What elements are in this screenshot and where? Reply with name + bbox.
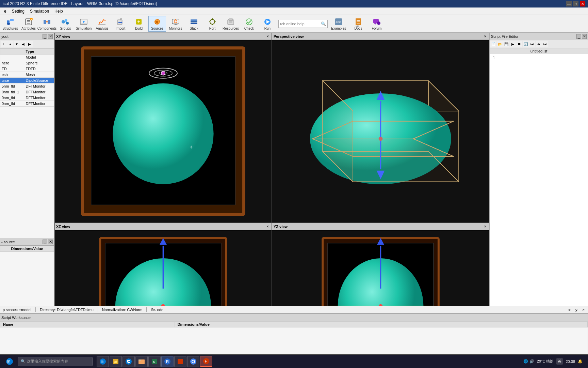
table-row[interactable]: 0nm_fldDFTMonitor [0,95,54,101]
source-minimize-btn[interactable]: _ [43,240,47,244]
tree-right-btn[interactable]: ▶ [27,41,33,47]
source-col-header: Dimensions/Value [0,246,54,252]
xy-close-btn[interactable]: ✕ [265,34,270,39]
yz-canvas[interactable]: 4. 选择光源 [272,230,489,306]
close-button[interactable]: ✕ [580,1,585,6]
perspective-canvas[interactable] [272,40,489,223]
script-save-btn[interactable]: 💾 [503,41,509,47]
components-button[interactable]: Components [38,16,56,32]
tree-left-btn[interactable]: ◀ [20,41,26,47]
table-row[interactable]: hereSphere [0,60,54,66]
perspective-view-pane: Perspective view _ ✕ [272,33,489,223]
svg-rect-40 [191,23,197,24]
taskbar-app-r[interactable]: R [161,356,174,367]
tree-down-btn[interactable]: ▼ [14,41,20,47]
forum-button[interactable]: Forum [368,16,386,32]
table-row[interactable]: TDFDTD [0,66,54,72]
script-prev-btn[interactable]: ⏮ [536,41,542,47]
xz-minimize-btn[interactable]: _ [260,224,265,229]
search-input[interactable] [280,22,321,26]
taskbar-app-2[interactable]: 📁 [110,356,122,367]
coord-y: y: [575,308,578,312]
search-box[interactable]: 🔍 [278,20,328,28]
panel-close-btn[interactable]: ✕ [48,34,53,39]
check-button[interactable]: Check [240,16,258,32]
tray-notifications-icon[interactable]: 🔔 [578,359,583,364]
tray-icons[interactable]: 🌐 🔊 [523,359,534,364]
xy-minimize-btn[interactable]: _ [260,34,265,39]
import-button[interactable]: Import [112,16,129,32]
table-row[interactable]: 0nm_fld_1DFTMonitor [0,89,54,95]
table-row[interactable]: eshMesh [0,72,54,78]
yz-close-btn[interactable]: ✕ [483,224,488,229]
resources-button[interactable]: Resources [222,16,240,32]
script-run-btn[interactable]: ▶ [510,41,516,47]
stack-button[interactable]: Stack [185,16,203,32]
docs-button[interactable]: KB Docs [349,16,367,32]
attributes-button[interactable]: A Attributes [20,16,37,32]
app-title: ical 2020 R2.3 Finite Difference IDE - L… [3,1,157,6]
menu-help[interactable]: Help [52,8,66,14]
script-open-btn[interactable]: 📂 [497,41,503,47]
taskbar-app-active[interactable]: F [200,356,212,367]
monitors-button[interactable]: Monitors [167,16,184,32]
script-next-btn[interactable]: ⏭ [542,41,548,47]
attributes-label: Attributes [21,27,36,30]
menu-setting[interactable]: Setting [9,8,27,14]
taskbar-app-chrome[interactable] [187,356,199,367]
script-editor-area[interactable]: 1 [490,54,588,306]
svg-point-36 [174,20,177,23]
status-directory: Directory: D:\xiangfei\FDTDsimu [40,308,94,312]
port-button[interactable]: Port [203,16,221,32]
script-content[interactable] [498,56,587,305]
run-label: Run [264,27,271,30]
svg-text:⌖: ⌖ [190,144,193,150]
build-button[interactable]: Build [130,16,148,32]
perspective-minimize-btn[interactable]: _ [477,34,482,39]
source-close-btn[interactable]: ✕ [48,240,53,244]
tree-up-btn[interactable]: ▲ [7,41,13,47]
script-close-btn[interactable]: ✕ [582,34,587,39]
xy-canvas[interactable]: ⌖ [55,40,272,223]
start-button[interactable]: ⊞ [3,356,16,367]
tree-add-btn[interactable]: + [1,41,7,47]
analysis-button[interactable]: Analysis [93,16,111,32]
yz-minimize-btn[interactable]: _ [477,224,482,229]
groups-button[interactable]: Groups [56,16,74,32]
script-stop-btn[interactable]: ⏹ [516,41,522,47]
script-minimize-btn[interactable]: _ [576,34,581,39]
xz-close-btn[interactable]: ✕ [265,224,270,229]
attributes-icon: A [24,17,33,27]
panel-minimize-btn[interactable]: _ [43,34,47,39]
examples-button[interactable]: APP Examples [328,16,349,32]
table-row[interactable]: urceDipoleSource [0,78,54,83]
simulation-toolbar-button[interactable]: Simulation [75,16,93,32]
taskbar-app-1[interactable]: ⊞ [97,356,109,367]
minimize-button[interactable]: — [566,1,572,6]
table-row[interactable]: 0nm_fldDFTMonitor [0,101,54,107]
taskbar-app-explorer[interactable] [135,356,148,367]
taskbar-app-matlab[interactable] [174,356,186,367]
window-controls[interactable]: — □ ✕ [566,1,585,6]
svg-point-15 [66,22,69,25]
groups-label: Groups [60,27,71,30]
taskbar-search[interactable]: 🔍 这里输入你要搜索的内容 [18,357,93,366]
svg-point-12 [46,21,48,22]
xz-canvas[interactable] [55,230,272,306]
taskbar-app-edge[interactable] [122,356,135,367]
svg-point-14 [65,19,67,22]
structures-button[interactable]: Structures [1,16,19,32]
structures-icon [5,17,15,27]
script-step-btn[interactable]: ⏭ [529,41,535,47]
sources-button[interactable]: Sources [148,16,166,32]
script-refresh-btn[interactable]: 🔄 [523,41,529,47]
script-new-btn[interactable]: 📄 [490,41,496,47]
maximize-button[interactable]: □ [573,1,578,6]
taskbar-app-excel[interactable]: X [148,356,161,367]
run-button[interactable]: Run [259,16,276,32]
menu-simulation[interactable]: Simulation [27,8,52,14]
menu-file[interactable]: e [1,8,9,14]
perspective-close-btn[interactable]: ✕ [483,34,488,39]
table-row[interactable]: 5nm_fldDFTMonitor [0,83,54,89]
table-row[interactable]: Model [0,55,54,60]
